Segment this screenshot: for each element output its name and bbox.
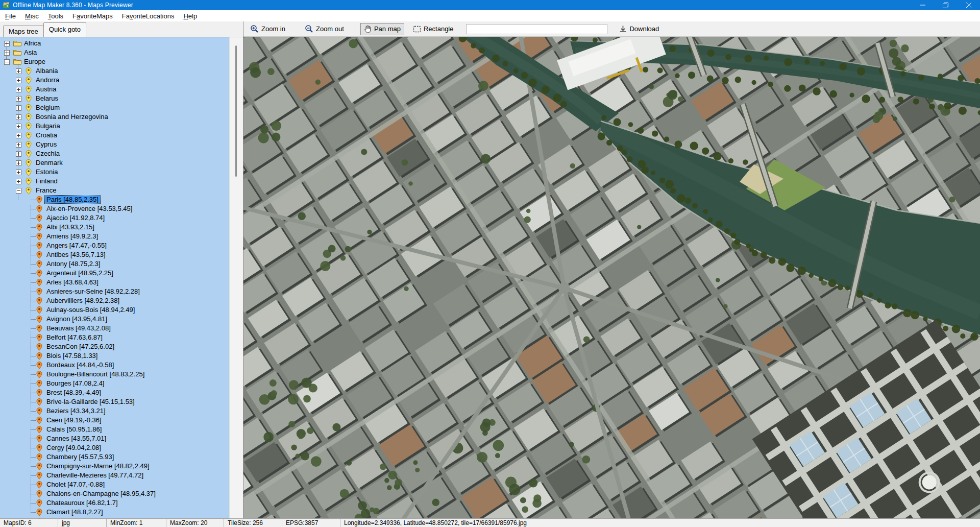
tree-item-label[interactable]: Bourges [47.08,2.4] [45,379,106,387]
tree-item-bulgaria[interactable]: Bulgaria [0,122,229,131]
tree-item-partial[interactable] [0,517,229,518]
tree-item-label[interactable]: Chalons-en-Champagne [48.95,4.37] [45,490,157,497]
tree-item-argenteuil-48-95-2-25[interactable]: Argenteuil [48.95,2.25] [0,269,229,278]
tree-item-label[interactable]: Estonia [34,168,59,176]
tree-item-angers-47-47-0-55[interactable]: Angers [47.47,-0.55] [0,241,229,250]
tree-item-antibes-43-56-7-13[interactable]: Antibes [43.56,7.13] [0,250,229,259]
tree-item-austria[interactable]: Austria [0,85,229,94]
tree-item-label[interactable]: Cholet [47.07,-0.88] [45,481,106,488]
tree-scrollbar-thumb[interactable] [235,45,237,177]
expand-plus-icon[interactable] [16,96,21,102]
tree-item-label[interactable]: Aix-en-Provence [43.53,5.45] [45,205,134,212]
tree-item-paris-48-85-2-35[interactable]: Paris [48.85,2.35] [0,195,229,204]
tree-item-label[interactable]: Antony [48.75,2.3] [45,260,102,268]
tree-item-label[interactable]: Charleville-Mezieres [49.77,4.72] [45,471,145,479]
tree-item-charleville-mezieres-49-77-4-7[interactable]: Charleville-Mezieres [49.77,4.72] [0,471,229,480]
tree-item-label[interactable]: Bulgaria [34,122,62,130]
restore-icon[interactable] [934,0,957,10]
tree-item-france[interactable]: France [0,186,229,195]
tab-maps-tree[interactable]: Maps tree [3,26,44,37]
tree-item-label[interactable]: Beziers [43.34,3.21] [45,407,107,415]
tree-item-albi-43-93-2-15[interactable]: Albi [43.93,2.15] [0,223,229,232]
zoom-in-button[interactable]: Zoom in [247,22,289,35]
tree-item-label[interactable]: Croatia [34,131,59,139]
tree-item-africa[interactable]: Africa [0,39,229,48]
download-button[interactable]: Download [616,23,663,35]
tree-item-brive-la-gaillarde-45-15-1-53[interactable]: Brive-la-Gaillarde [45.15,1.53] [0,397,229,406]
tree-item-aubervilliers-48-92-2-38[interactable]: Aubervilliers [48.92,2.38] [0,296,229,305]
tree-item-label[interactable]: Caen [49.19,-0.36] [45,416,103,424]
tree-item-label[interactable]: Clamart [48.8,2.27] [45,508,105,516]
tree-item-label[interactable]: France [34,186,58,194]
tree-item-label[interactable]: Ajaccio [41.92,8.74] [45,214,106,222]
tree-item-asnieres-sur-seine-48-92-2-28[interactable]: Asnieres-sur-Seine [48.92,2.28] [0,287,229,296]
tree-item-caen-49-19-0-36[interactable]: Caen [49.19,-0.36] [0,416,229,425]
collapse-minus-icon[interactable] [4,59,10,65]
expand-plus-icon[interactable] [16,142,21,148]
tree-item-andorra[interactable]: Andorra [0,76,229,85]
tree-item-label[interactable]: Bordeaux [44.84,-0.58] [45,361,115,369]
expand-plus-icon[interactable] [16,179,21,184]
expand-plus-icon[interactable] [4,41,10,46]
tree-item-amiens-49-9-2-3[interactable]: Amiens [49.9,2.3] [0,232,229,241]
tree-item-label[interactable]: Bosnia and Herzegovina [34,113,110,121]
menu-misc[interactable]: Misc [21,11,43,21]
tree-item-blois-47-58-1-33[interactable]: Blois [47.58,1.33] [0,351,229,361]
tree-item-label[interactable]: Cyprus [34,140,58,148]
tree-item-bordeaux-44-84-0-58[interactable]: Bordeaux [44.84,-0.58] [0,361,229,370]
tree-item-europe[interactable]: Europe [0,57,229,66]
expand-plus-icon[interactable] [16,87,21,92]
map-satellite-view[interactable] [243,37,980,518]
tree-item-croatia[interactable]: Croatia [0,131,229,140]
tree-item-bosnia-and-herzegovina[interactable]: Bosnia and Herzegovina [0,112,229,122]
tree-item-label[interactable]: Beauvais [49.43,2.08] [45,324,112,332]
tree-item-label[interactable]: Amiens [49.9,2.3] [45,232,100,240]
tree-item-label[interactable]: Antibes [43.56,7.13] [45,251,107,258]
tree-item-belgium[interactable]: Belgium [0,103,229,112]
tree-item-label[interactable]: Aubervilliers [48.92,2.38] [45,297,121,304]
expand-plus-icon[interactable] [4,50,10,56]
tree-item-champigny-sur-marne-48-82-2-49[interactable]: Champigny-sur-Marne [48.82,2.49] [0,462,229,471]
tree-item-brest-48-39-4-49[interactable]: Brest [48.39,-4.49] [0,388,229,397]
tab-quick-goto[interactable]: Quick goto [43,22,86,37]
tree-item-asia[interactable]: Asia [0,48,229,57]
tree-item-cyprus[interactable]: Cyprus [0,140,229,149]
expand-plus-icon[interactable] [16,105,21,111]
tree-item-label[interactable]: Cannes [43.55,7.01] [45,435,108,442]
expand-plus-icon[interactable] [16,151,21,157]
tree-item-label[interactable]: Boulogne-Billancourt [48.83,2.25] [45,370,146,378]
tree-item-label[interactable]: Brive-la-Gaillarde [45.15,1.53] [45,398,136,405]
tree-item-cholet-47-07-0-88[interactable]: Cholet [47.07,-0.88] [0,480,229,489]
tree-item-bourges-47-08-2-4[interactable]: Bourges [47.08,2.4] [0,379,229,388]
tree-item-label[interactable]: Andorra [34,76,61,84]
tree-item-cannes-43-55-7-01[interactable]: Cannes [43.55,7.01] [0,434,229,443]
tree-item-cergy-49-04-2-08[interactable]: Cergy [49.04,2.08] [0,443,229,452]
tree-item-label[interactable]: Avignon [43.95,4.81] [45,315,109,323]
tree-item-label[interactable]: Paris [48.85,2.35] [45,196,100,203]
tree-item-ajaccio-41-92-8-74[interactable]: Ajaccio [41.92,8.74] [0,213,229,223]
tree-item-estonia[interactable]: Estonia [0,167,229,177]
tree-item-chateauroux-46-82-1-7[interactable]: Chateauroux [46.82,1.7] [0,498,229,508]
menu-help[interactable]: Help [179,11,201,21]
tree-item-label[interactable]: Europe [22,58,47,65]
tree-item-arles-43-68-4-63[interactable]: Arles [43.68,4.63] [0,278,229,287]
pan-map-button[interactable]: Pan map [360,23,404,35]
tree-item-label[interactable]: Aulnay-sous-Bois [48.94,2.49] [45,306,136,314]
tree-item-label[interactable]: Asnieres-sur-Seine [48.92,2.28] [45,288,141,295]
expand-plus-icon[interactable] [16,170,21,175]
expand-plus-icon[interactable] [16,133,21,138]
tree-item-belarus[interactable]: Belarus [0,94,229,103]
tree-item-label[interactable]: Finland [34,177,59,185]
tree-item-label[interactable]: Belgium [34,104,61,111]
tree-item-chambery-45-57-5-93[interactable]: Chambery [45.57,5.93] [0,452,229,462]
tree-item-label[interactable]: Calais [50.95,1.86] [45,425,103,433]
tree-item-label[interactable]: Chambery [45.57,5.93] [45,453,115,461]
expand-plus-icon[interactable] [16,124,21,129]
tree-item-finland[interactable]: Finland [0,177,229,186]
tree-item-calais-50-95-1-86[interactable]: Calais [50.95,1.86] [0,425,229,434]
menu-file[interactable]: File [1,11,20,21]
tree-item-label[interactable]: Arles [43.68,4.63] [45,278,100,286]
tree-item-label[interactable]: Albi [43.93,2.15] [45,223,96,231]
tree-item-label[interactable]: Brest [48.39,-4.49] [45,389,103,396]
tree-item-label[interactable]: Blois [47.58,1.33] [45,352,99,360]
